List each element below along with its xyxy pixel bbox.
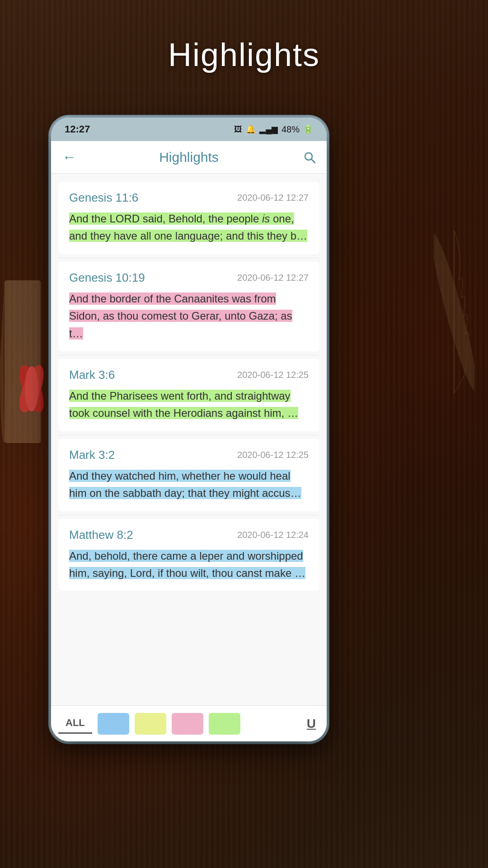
tab-all[interactable]: ALL (58, 713, 92, 734)
card-date: 2020-06-12 12:24 (237, 530, 309, 540)
highlight-card-genesis-10-19[interactable]: Genesis 10:19 2020-06-12 12:27 And the b… (58, 262, 319, 351)
card-date: 2020-06-12 12:25 (237, 450, 309, 460)
card-header: Matthew 8:2 2020-06-12 12:24 (69, 528, 309, 542)
tab-color-yellow[interactable] (135, 713, 166, 735)
photo-icon: 🖼 (234, 125, 242, 134)
highlight-card-mark-3-2[interactable]: Mark 3:2 2020-06-12 12:25 And they watch… (58, 439, 319, 511)
highlighted-text: And the Pharisees went forth, and straig… (69, 390, 298, 419)
back-button[interactable]: ← (62, 149, 82, 165)
tab-color-green[interactable] (209, 713, 240, 735)
signal-icon: ▂▄▆ (259, 124, 278, 134)
card-reference[interactable]: Genesis 11:6 (69, 191, 138, 205)
tab-underline[interactable]: U (303, 713, 319, 735)
header-title: Highlights (159, 150, 219, 165)
card-header: Mark 3:6 2020-06-12 12:25 (69, 368, 309, 382)
card-header: Genesis 11:6 2020-06-12 12:27 (69, 191, 309, 205)
phone-frame: 12:27 🖼 🔔 ▂▄▆ 48% 🔋 ← Highlights Genesis… (51, 118, 327, 741)
card-text: And the border of the Canaanites was fro… (69, 290, 309, 342)
card-text: And they watched him, whether he would h… (69, 467, 309, 502)
card-reference[interactable]: Matthew 8:2 (69, 528, 133, 542)
card-reference[interactable]: Genesis 10:19 (69, 271, 145, 285)
notification-icon: 🔔 (246, 124, 256, 134)
card-date: 2020-06-12 12:27 (237, 273, 309, 283)
highlighted-text: And they watched him, whether he would h… (69, 470, 301, 499)
svg-point-5 (25, 366, 38, 411)
divider (58, 435, 319, 435)
divider (58, 258, 319, 258)
page-title: Highlights (0, 36, 488, 73)
status-time: 12:27 (65, 123, 90, 135)
divider (58, 515, 319, 515)
highlight-card-genesis-11-6[interactable]: Genesis 11:6 2020-06-12 12:27 And the LO… (58, 182, 319, 254)
card-text: And, behold, there came a leper and wors… (69, 547, 309, 582)
highlighted-text: And, behold, there came a leper and wors… (69, 550, 305, 579)
card-text: And the LORD said, Behold, the people is… (69, 210, 309, 245)
search-button[interactable] (296, 151, 316, 164)
highlighted-text: And the border of the Canaanites was fro… (69, 292, 292, 340)
card-text: And the Pharisees went forth, and straig… (69, 387, 309, 422)
card-header: Mark 3:2 2020-06-12 12:25 (69, 448, 309, 462)
status-bar: 12:27 🖼 🔔 ▂▄▆ 48% 🔋 (51, 118, 327, 141)
card-date: 2020-06-12 12:25 (237, 370, 309, 380)
card-date: 2020-06-12 12:27 (237, 193, 309, 203)
bottom-bar: ALL U (51, 705, 327, 741)
flower-decoration (14, 362, 50, 416)
battery-indicator: 48% (282, 124, 300, 135)
status-icons: 🖼 🔔 ▂▄▆ 48% 🔋 (234, 124, 313, 135)
card-reference[interactable]: Mark 3:2 (69, 448, 115, 462)
card-reference[interactable]: Mark 3:6 (69, 368, 115, 382)
battery-icon: 🔋 (303, 124, 313, 134)
card-header: Genesis 10:19 2020-06-12 12:27 (69, 271, 309, 285)
tab-color-pink[interactable] (172, 713, 203, 735)
highlight-card-matthew-8-2[interactable]: Matthew 8:2 2020-06-12 12:24 And, behold… (58, 519, 319, 591)
feather-decoration (434, 226, 474, 398)
highlighted-text: And the LORD said, Behold, the people is… (69, 212, 307, 242)
divider (58, 355, 319, 355)
svg-line-7 (311, 159, 315, 163)
app-header: ← Highlights (51, 141, 327, 174)
highlight-card-mark-3-6[interactable]: Mark 3:6 2020-06-12 12:25 And the Pharis… (58, 359, 319, 431)
scroll-area[interactable]: Genesis 11:6 2020-06-12 12:27 And the LO… (51, 174, 327, 705)
tab-color-blue[interactable] (98, 713, 129, 735)
